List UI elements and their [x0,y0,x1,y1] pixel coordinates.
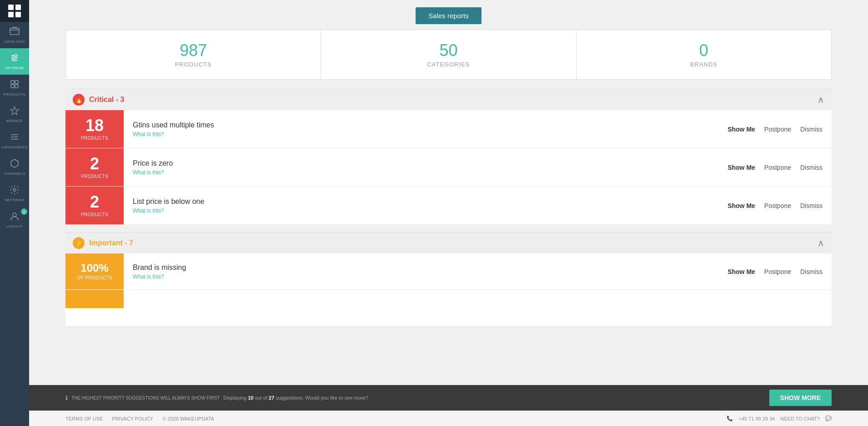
dismiss-button-3[interactable]: Dismiss [800,202,823,209]
show-more-button[interactable]: SHOW MORE [769,390,832,406]
privacy-link[interactable]: PRIVACY POLICY [112,416,154,421]
sidebar-item-brands[interactable]: BRANDS [0,101,29,127]
copyright-text: © 2020 WAKEUPDATA [162,416,214,421]
dismiss-button-2[interactable]: Dismiss [800,164,823,171]
stat-products: 987 PRODUCTS [66,30,321,79]
critical-alert-3: 2 PRODUCTS List price is below one What … [65,187,832,225]
critical-alert-1: 18 PRODUCTS Gtins used multiple times Wh… [65,110,832,148]
critical-alert-actions-2: Show Me Postpone Dismiss [728,164,832,171]
critical-alert-subtitle-2[interactable]: What is this? [133,169,718,176]
svg-point-11 [13,59,15,61]
critical-badge-3: 2 PRODUCTS [65,187,124,224]
critical-count: 3 [120,96,124,103]
important-show-me-button-1[interactable]: Show Me [728,268,755,275]
critical-alert-content-3: List price is below one What is this? [124,190,728,221]
footer: TERMS OF USE PRIVACY POLICY © 2020 WAKEU… [29,411,868,426]
important-badge-1: 100% OF PRODUCTS [65,254,124,289]
phone-number: +45 71 99 29 34 [738,416,775,421]
brands-label: BRANDS [6,119,23,123]
sidebar: CATALOGS OPTIMIZE [0,0,29,426]
important-dismiss-button-1[interactable]: Dismiss [800,268,823,275]
footer-right: 📞 +45 71 99 29 34 NEED TO CHAT? 💬 [727,416,832,421]
important-alert-2-partial [65,290,832,326]
out-of-text: out of [255,395,267,401]
svg-rect-12 [11,81,14,84]
stat-categories: 50 CATEGORIES [321,30,576,79]
question-text: Would you like to see more? [305,395,368,401]
categories-label: CATEGORIES [2,145,28,149]
svg-point-20 [13,188,16,191]
categories-label: CATEGORIES [427,61,470,68]
critical-alert-title-3: List price is below one [133,198,718,206]
show-me-button-3[interactable]: Show Me [728,202,755,209]
chat-icon: 💬 [825,416,832,421]
channels-label: CHANNELS [4,172,25,176]
important-badge-number-1: 100% [80,263,108,274]
chat-link[interactable]: NEED TO CHAT? [780,416,820,421]
topbar: Sales reports [29,0,868,30]
critical-alert-subtitle-3[interactable]: What is this? [133,208,718,214]
show-me-button-1[interactable]: Show Me [728,126,755,133]
critical-badge-number-2: 2 [90,156,99,172]
sidebar-item-products[interactable]: PRODUCTS [0,75,29,101]
svg-rect-13 [15,81,18,84]
dismiss-button-1[interactable]: Dismiss [800,126,823,133]
critical-section-title: Critical - 3 [89,96,124,104]
sidebar-item-logout-wrapper: LOGOUT A [0,207,29,233]
critical-alert-2: 2 PRODUCTS Price is zero What is this? S… [65,148,832,187]
postpone-button-1[interactable]: Postpone [764,126,791,133]
catalogs-label: CATALOGS [4,40,25,44]
svg-rect-15 [15,85,18,88]
stat-brands: 0 BRANDS [577,30,831,79]
critical-badge-label-3: PRODUCTS [81,212,108,217]
important-alert-title-1: Brand is missing [133,264,718,272]
categories-count: 50 [330,41,567,60]
show-me-button-2[interactable]: Show Me [728,164,755,171]
critical-badge-number-1: 18 [85,117,104,134]
products-label: PRODUCTS [175,61,212,68]
postpone-button-2[interactable]: Postpone [764,164,791,171]
sidebar-item-optimize[interactable]: OPTIMIZE [0,48,29,75]
terms-link[interactable]: TERMS OF USE [65,416,103,421]
postpone-button-3[interactable]: Postpone [764,202,791,209]
critical-badge-2: 2 PRODUCTS [65,148,124,186]
info-icon: ℹ [65,395,68,401]
sidebar-item-categories[interactable]: CATEGORIES [0,127,29,154]
critical-title-wrap: 🔥 Critical - 3 [73,94,124,106]
sidebar-item-settings[interactable]: SETTINGS [0,180,29,207]
bottom-bar-left: ℹ THE HIGHEST PRIORITY SUGGESTIONS WILL … [65,395,368,401]
critical-icon: 🔥 [73,94,85,106]
important-collapse-button[interactable]: ∧ [818,238,824,248]
displaying-text: Displaying [223,395,246,401]
svg-rect-1 [15,5,21,10]
main-content: Sales reports 987 PRODUCTS 50 CATEGORIES… [29,0,868,426]
sidebar-item-channels[interactable]: CHANNELS [0,154,29,180]
products-label: PRODUCTS [4,92,26,96]
brands-count: 0 [586,41,822,60]
settings-icon [10,185,20,196]
important-alert-content-1: Brand is missing What is this? [124,256,728,287]
important-postpone-button-1[interactable]: Postpone [764,268,791,275]
products-icon [10,79,20,91]
svg-rect-0 [8,5,14,10]
svg-rect-14 [11,85,14,88]
critical-badge-label-1: PRODUCTS [81,136,108,141]
sidebar-item-catalogs[interactable]: CATALOGS [0,22,29,48]
svg-point-9 [12,57,15,59]
critical-alert-subtitle-1[interactable]: What is this? [133,131,718,137]
important-alert-subtitle-1[interactable]: What is this? [133,274,718,280]
brands-icon [10,106,20,117]
critical-alert-content-2: Price is zero What is this? [124,152,728,183]
critical-collapse-button[interactable]: ∧ [818,94,824,105]
important-alert-actions-1: Show Me Postpone Dismiss [728,268,832,275]
admin-badge: A [21,208,27,215]
important-section-title: Important - 7 [89,239,133,247]
svg-rect-3 [15,12,21,17]
critical-alert-actions-1: Show Me Postpone Dismiss [728,126,832,133]
critical-alert-content-1: Gtins used multiple times What is this? [124,114,728,145]
settings-label: SETTINGS [5,198,25,202]
current-count: 10 [248,395,253,401]
svg-rect-2 [8,12,14,17]
important-count: 7 [129,239,133,247]
sales-reports-button[interactable]: Sales reports [416,7,481,24]
